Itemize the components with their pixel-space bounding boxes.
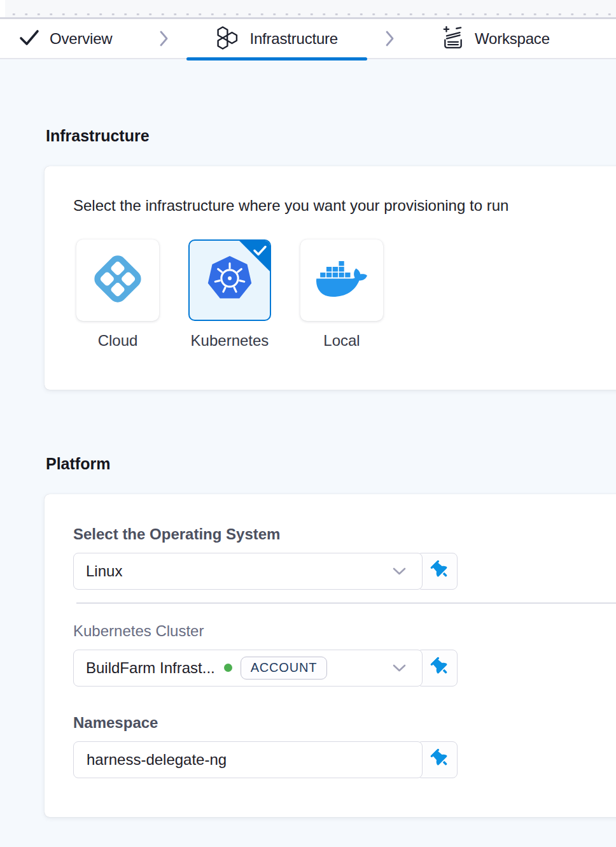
pin-icon (431, 750, 449, 770)
os-select-group: Linux (73, 553, 458, 590)
namespace-field-label: Namespace (73, 713, 606, 732)
namespace-pin-button[interactable] (417, 741, 458, 778)
tab-workspace[interactable]: Workspace (412, 19, 579, 58)
check-icon (19, 29, 39, 49)
infrastructure-options: Cloud (76, 239, 606, 350)
option-cloud-label: Cloud (98, 332, 138, 350)
option-local-label: Local (323, 332, 360, 350)
namespace-input-group (73, 741, 458, 778)
tab-overview[interactable]: Overview (0, 19, 141, 58)
os-select-value: Linux (86, 562, 122, 580)
tab-infrastructure-label: Infrastructure (249, 30, 338, 48)
tab-workspace-label: Workspace (475, 30, 550, 48)
dotted-header-strip (0, 0, 616, 19)
tab-infrastructure[interactable]: Infrastructure (186, 19, 367, 58)
pin-icon (431, 658, 449, 678)
cluster-field-label: Kubernetes Cluster (73, 622, 606, 641)
chevron-down-icon (392, 664, 407, 673)
chevron-right-icon (159, 30, 169, 47)
option-local: Local (300, 239, 383, 350)
option-local-tile[interactable] (300, 239, 383, 321)
section-divider (76, 602, 616, 604)
wizard-tabbar: Overview Infrastructure W (0, 19, 616, 59)
scope-badge: ACCOUNT (241, 657, 328, 680)
option-cloud-tile[interactable] (76, 239, 159, 321)
cloud-icon (88, 250, 147, 311)
tab-overview-label: Overview (50, 30, 112, 48)
cluster-pin-button[interactable] (417, 650, 458, 687)
pin-icon (431, 561, 449, 581)
cluster-select-value: BuildFarm Infrast... (86, 659, 215, 677)
os-field-label: Select the Operating System (73, 525, 606, 544)
cluster-select[interactable]: BuildFarm Infrast... ACCOUNT (73, 650, 423, 687)
os-select[interactable]: Linux (73, 553, 423, 590)
stack-icon (442, 25, 465, 52)
chevron-down-icon (392, 567, 407, 576)
selected-check-icon (253, 245, 267, 259)
chevron-right-icon (385, 30, 395, 47)
docker-whale-icon (316, 259, 367, 302)
os-pin-button[interactable] (417, 553, 458, 590)
option-kubernetes: Kubernetes (188, 239, 271, 350)
hexagons-icon (216, 24, 239, 53)
platform-card: Select the Operating System Linux Kubern… (45, 494, 616, 817)
infrastructure-description: Select the infrastructure where you want… (73, 196, 606, 215)
platform-section-title: Platform (46, 390, 616, 473)
option-kubernetes-label: Kubernetes (191, 332, 269, 350)
cluster-select-group: BuildFarm Infrast... ACCOUNT (73, 650, 458, 687)
connectivity-status-dot (224, 664, 232, 672)
option-kubernetes-tile[interactable] (188, 239, 271, 321)
infrastructure-section-title: Infrastructure (46, 59, 616, 145)
header-strip-notch (0, 0, 5, 17)
kubernetes-icon (205, 255, 255, 306)
infrastructure-card: Select the infrastructure where you want… (45, 166, 616, 390)
namespace-input[interactable] (73, 741, 423, 778)
option-cloud: Cloud (76, 239, 159, 350)
